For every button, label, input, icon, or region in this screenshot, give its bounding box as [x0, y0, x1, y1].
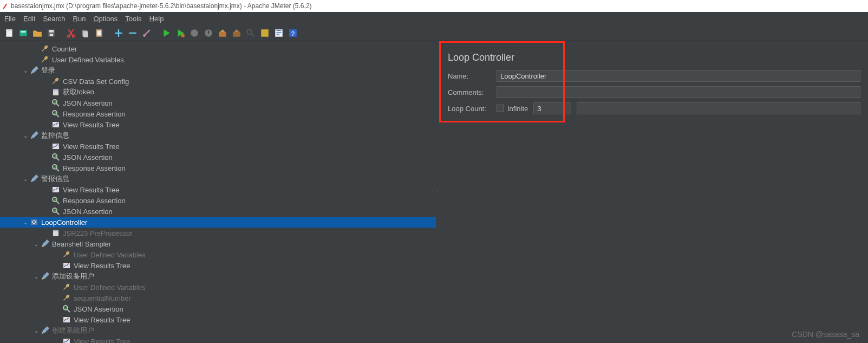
tree-node[interactable]: JSON Assertion	[0, 98, 436, 108]
toggle-button[interactable]	[141, 27, 153, 39]
comments-input[interactable]	[497, 86, 860, 98]
loop-count-input[interactable]	[533, 102, 571, 114]
window-title: basestaionjmx.jmx (D:\program files\apac…	[11, 2, 312, 10]
tree-node[interactable]: CSV Data Set Config	[0, 76, 436, 87]
svg-rect-3	[21, 31, 26, 32]
results-icon	[51, 120, 61, 130]
tree-node[interactable]: View Results Tree	[0, 260, 436, 271]
tree-node[interactable]: User Defined Variables	[0, 249, 436, 260]
paste-button[interactable]	[93, 27, 105, 39]
menu-file[interactable]: File	[4, 15, 16, 23]
tree-node-label: 创建系统用户	[52, 326, 94, 335]
tree-node[interactable]: ⌄Beanshell Sampler	[0, 238, 436, 249]
tree-node[interactable]: User Defined Variables	[0, 54, 436, 65]
svg-rect-21	[261, 29, 269, 37]
collapse-icon[interactable]: ⌄	[22, 176, 29, 182]
tree-node[interactable]: Response Assertion	[0, 195, 436, 206]
menu-search[interactable]: Search	[43, 15, 65, 23]
loop-icon	[29, 217, 39, 227]
tree-node[interactable]: User Defined Variables	[0, 282, 436, 293]
search-button[interactable]	[245, 27, 257, 39]
start-no-pause-button[interactable]	[174, 27, 186, 39]
tree-node-label: Response Assertion	[63, 164, 126, 172]
tree-node-label: Response Assertion	[63, 110, 126, 118]
window-titlebar: basestaionjmx.jmx (D:\program files\apac…	[0, 0, 868, 12]
loop-count-label: Loop Count:	[448, 105, 497, 113]
tree-node-label: User Defined Variables	[52, 56, 124, 64]
infinite-checkbox[interactable]	[497, 105, 504, 112]
tree-node[interactable]: ⌄LoopController	[0, 217, 436, 228]
tree-node-label: View Results Tree	[74, 338, 130, 344]
collapse-button[interactable]	[127, 27, 139, 39]
open-button[interactable]	[31, 27, 43, 39]
tree-node[interactable]: View Results Tree	[0, 314, 436, 325]
svg-rect-33	[53, 187, 59, 192]
menu-options[interactable]: Options	[93, 15, 118, 23]
tree-node[interactable]: JSON Assertion	[0, 206, 436, 217]
tree-node[interactable]: ⌄登录	[0, 65, 436, 76]
svg-rect-5	[49, 30, 54, 33]
menu-run[interactable]: Run	[73, 15, 86, 23]
tree-node[interactable]: ⌄创建系统用户	[0, 325, 436, 336]
templates-button[interactable]	[17, 27, 29, 39]
svg-point-20	[247, 29, 252, 34]
tree-node[interactable]: JSON Assertion	[0, 303, 436, 314]
component-panel: Loop Controller Name: Comments: Loop Cou…	[439, 41, 868, 343]
menu-help[interactable]: Help	[149, 15, 164, 23]
tree-node-label: 警报信息	[41, 174, 69, 184]
infinite-label: Infinite	[507, 105, 528, 113]
tree-node-label: User Defined Variables	[74, 283, 146, 292]
tree-node[interactable]: 获取token	[0, 87, 436, 98]
tree-node[interactable]: JSR223 PreProcessor	[0, 228, 436, 238]
tree-node[interactable]: View Results Tree	[0, 141, 436, 152]
collapse-icon[interactable]: ⌄	[32, 274, 40, 280]
assert-icon	[62, 304, 71, 314]
tree-node[interactable]: ⌄监控信息	[0, 130, 436, 141]
tree-node[interactable]: ⌄添加设备用户	[0, 271, 436, 282]
expand-button[interactable]	[113, 27, 125, 39]
stop-button[interactable]	[188, 27, 200, 39]
comments-label: Comments:	[448, 88, 497, 96]
tree-node[interactable]: Response Assertion	[0, 163, 436, 173]
test-plan-tree[interactable]: CounterUser Defined Variables⌄登录CSV Data…	[0, 41, 436, 343]
collapse-icon[interactable]: ⌄	[22, 68, 29, 74]
copy-button[interactable]	[79, 27, 91, 39]
tree-node-label: JSON Assertion	[63, 208, 113, 216]
wrench-icon	[40, 55, 50, 64]
collapse-icon[interactable]: ⌄	[32, 241, 40, 247]
shutdown-button[interactable]	[203, 27, 214, 39]
collapse-icon[interactable]: ⌄	[22, 219, 29, 225]
wrench-icon	[62, 293, 71, 303]
menu-tools[interactable]: Tools	[125, 15, 141, 23]
tree-node[interactable]: sequentialNumber	[0, 293, 436, 303]
tree-node-label: JSON Assertion	[63, 99, 113, 107]
tree-node-label: View Results Tree	[63, 186, 120, 194]
wrench-icon	[62, 282, 71, 292]
tree-node[interactable]: Counter	[0, 43, 436, 54]
clear-all-button[interactable]	[231, 27, 243, 39]
results-icon	[62, 261, 71, 270]
cut-button[interactable]	[65, 27, 77, 39]
tree-node[interactable]: ⌄警报信息	[0, 173, 436, 184]
collapse-icon[interactable]: ⌄	[32, 328, 40, 334]
save-button[interactable]	[45, 27, 57, 39]
tree-node[interactable]: View Results Tree	[0, 119, 436, 130]
tree-node-label: JSR223 PreProcessor	[63, 229, 133, 237]
assert-icon	[51, 163, 61, 173]
wrench-icon	[62, 250, 71, 260]
collapse-icon[interactable]: ⌄	[22, 133, 29, 139]
help-button[interactable]: ?	[287, 27, 299, 39]
menu-edit[interactable]: Edit	[23, 15, 35, 23]
svg-rect-18	[219, 31, 226, 36]
start-button[interactable]	[160, 27, 172, 39]
assert-icon	[51, 196, 61, 205]
tree-node[interactable]: JSON Assertion	[0, 152, 436, 163]
reset-search-button[interactable]	[259, 27, 271, 39]
name-input[interactable]	[497, 70, 860, 82]
new-button[interactable]	[3, 27, 15, 39]
tree-node[interactable]: View Results Tree	[0, 184, 436, 195]
tree-node[interactable]: Response Assertion	[0, 108, 436, 119]
clear-button[interactable]	[217, 27, 229, 39]
tree-node[interactable]: View Results Tree	[0, 336, 436, 343]
function-button[interactable]	[273, 27, 285, 39]
